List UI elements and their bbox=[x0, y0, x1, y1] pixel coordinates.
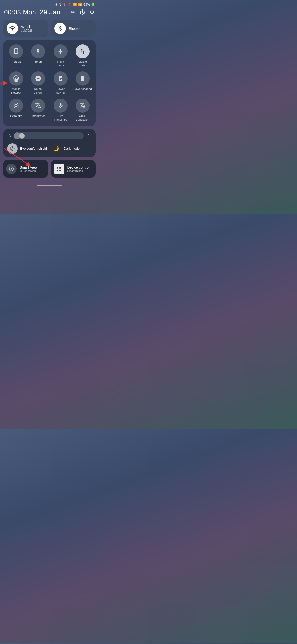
live-transcribe-tile[interactable]: LiveTranscribe bbox=[50, 98, 71, 123]
device-control-sub: SmartThings bbox=[67, 169, 90, 172]
comfort-dark-row: Ⓐ Eye comfort shield 🌙 Dark mode bbox=[7, 143, 92, 154]
flight-mode-icon bbox=[54, 44, 68, 58]
quick-translation-tile[interactable]: Quicktranslation bbox=[72, 98, 93, 123]
red-arrow-indicator bbox=[0, 79, 8, 87]
brightness-slider[interactable] bbox=[14, 132, 84, 139]
dark-mode-tile[interactable]: 🌙 Dark mode bbox=[51, 143, 92, 154]
mobile-hotspot-tile[interactable]: MobileHotspot bbox=[6, 70, 27, 96]
mobile-data-icon bbox=[76, 44, 90, 58]
interpreter-icon bbox=[31, 99, 45, 113]
interpreter-tile[interactable]: Interpreter bbox=[28, 98, 49, 123]
extra-dim-label: Extra dim bbox=[10, 114, 22, 118]
power-sharing-icon bbox=[76, 71, 90, 86]
home-gesture-bar[interactable] bbox=[37, 185, 62, 186]
smart-view-text: Smart View Mirror screen bbox=[20, 165, 37, 172]
brightness-handle bbox=[19, 133, 25, 139]
hotspot-label: MobileHotspot bbox=[11, 87, 21, 95]
dnd-label: Do notdisturb bbox=[34, 87, 43, 95]
power-icon[interactable]: ⏻ bbox=[80, 9, 85, 16]
status-bar: ✱ N 🔇 📍 🛜 📶 63% 🔋 bbox=[0, 0, 99, 7]
bluetooth-tile[interactable]: Bluetooth bbox=[51, 20, 96, 37]
wifi-label: Wi-Fi bbox=[21, 25, 33, 29]
wifi-signal-icon: 🛜 bbox=[73, 3, 77, 6]
device-control-label: Device control bbox=[67, 165, 90, 169]
flight-mode-tile[interactable]: Flightmode bbox=[50, 43, 71, 68]
brightness-moon-icon: ☽ bbox=[7, 133, 11, 139]
mobile-data-tile[interactable]: Mobiledata bbox=[72, 43, 93, 68]
power-saving-icon bbox=[54, 71, 68, 86]
extra-dim-tile[interactable]: Extra dim bbox=[6, 98, 27, 123]
portrait-label: Portrait bbox=[12, 60, 21, 64]
wifi-icon-circle bbox=[7, 23, 18, 34]
battery-icon: 🔋 bbox=[91, 3, 95, 6]
dnd-icon bbox=[31, 71, 45, 86]
flight-mode-label: Flightmode bbox=[57, 60, 64, 67]
extra-dim-icon bbox=[9, 99, 23, 113]
torch-label: Torch bbox=[35, 60, 42, 64]
settings-icon[interactable]: ⚙ bbox=[90, 9, 95, 16]
dnd-tile[interactable]: Do notdisturb bbox=[28, 70, 49, 96]
bluetooth-text: Bluetooth bbox=[69, 26, 85, 31]
portrait-tile[interactable]: Portrait bbox=[6, 43, 27, 68]
location-icon: 📍 bbox=[68, 3, 72, 6]
nav-bar bbox=[0, 180, 99, 189]
brightness-panel: ☽ ⋮ Ⓐ Eye comfort shield 🌙 Dark mode bbox=[3, 129, 96, 157]
mobile-data-label: Mobiledata bbox=[78, 60, 87, 67]
live-transcribe-icon bbox=[54, 99, 68, 113]
smart-view-sub: Mirror screen bbox=[20, 169, 37, 172]
smart-view-icon bbox=[6, 164, 17, 174]
dark-mode-icon: 🌙 bbox=[51, 143, 61, 154]
quick-translation-icon bbox=[76, 99, 90, 113]
portrait-icon bbox=[9, 44, 23, 58]
smart-view-tile[interactable]: Smart View Mirror screen bbox=[3, 160, 48, 178]
brightness-row: ☽ ⋮ bbox=[7, 132, 92, 139]
dark-mode-label: Dark mode bbox=[64, 147, 80, 150]
device-control-tile[interactable]: Device control SmartThings bbox=[51, 160, 96, 178]
power-saving-tile[interactable]: Powersaving bbox=[50, 70, 71, 96]
header-actions: ✏ ⏻ ⚙ bbox=[71, 9, 95, 16]
bluetooth-icon-circle bbox=[54, 23, 66, 34]
nfc-icon: N bbox=[59, 3, 61, 6]
wifi-bt-row: Wi-Fi Jab7528 Bluetooth bbox=[0, 20, 99, 37]
bluetooth-status-icon: ✱ bbox=[55, 3, 58, 6]
cell-signal-icon: 📶 bbox=[78, 3, 82, 6]
quick-translation-label: Quicktranslation bbox=[76, 114, 89, 122]
live-transcribe-label: LiveTranscribe bbox=[54, 114, 67, 122]
mute-icon: 🔇 bbox=[62, 3, 66, 6]
wifi-tile[interactable]: Wi-Fi Jab7528 bbox=[3, 20, 48, 37]
power-sharing-tile[interactable]: Power sharing bbox=[72, 70, 93, 96]
hotspot-icon bbox=[9, 71, 23, 86]
bottom-tiles-row: Smart View Mirror screen Device control … bbox=[0, 160, 99, 178]
power-saving-label: Powersaving bbox=[56, 87, 65, 95]
grid-panel: Portrait Torch Flightmode Mobiledata bbox=[3, 40, 96, 126]
eye-comfort-icon: Ⓐ bbox=[7, 143, 18, 154]
interpreter-label: Interpreter bbox=[32, 114, 45, 118]
quick-settings-grid: Portrait Torch Flightmode Mobiledata bbox=[6, 43, 93, 123]
torch-icon bbox=[31, 44, 45, 58]
header-row: 00:03 Mon, 29 Jan ✏ ⏻ ⚙ bbox=[0, 7, 99, 20]
eye-comfort-tile[interactable]: Ⓐ Eye comfort shield bbox=[7, 143, 48, 154]
brightness-more-icon[interactable]: ⋮ bbox=[86, 133, 92, 139]
power-sharing-label: Power sharing bbox=[73, 87, 92, 91]
status-icons: ✱ N 🔇 📍 🛜 📶 63% 🔋 bbox=[55, 3, 95, 6]
device-control-icon bbox=[54, 164, 64, 174]
battery-percent: 63% bbox=[83, 3, 90, 6]
datetime: 00:03 Mon, 29 Jan bbox=[4, 8, 60, 16]
edit-icon[interactable]: ✏ bbox=[71, 9, 75, 16]
bluetooth-label: Bluetooth bbox=[69, 26, 85, 31]
device-control-text: Device control SmartThings bbox=[67, 165, 90, 172]
eye-comfort-label: Eye comfort shield bbox=[20, 147, 47, 150]
smart-view-label: Smart View bbox=[20, 165, 37, 169]
wifi-network: Jab7528 bbox=[21, 29, 33, 32]
torch-tile[interactable]: Torch bbox=[28, 43, 49, 68]
wifi-text: Wi-Fi Jab7528 bbox=[21, 25, 33, 32]
